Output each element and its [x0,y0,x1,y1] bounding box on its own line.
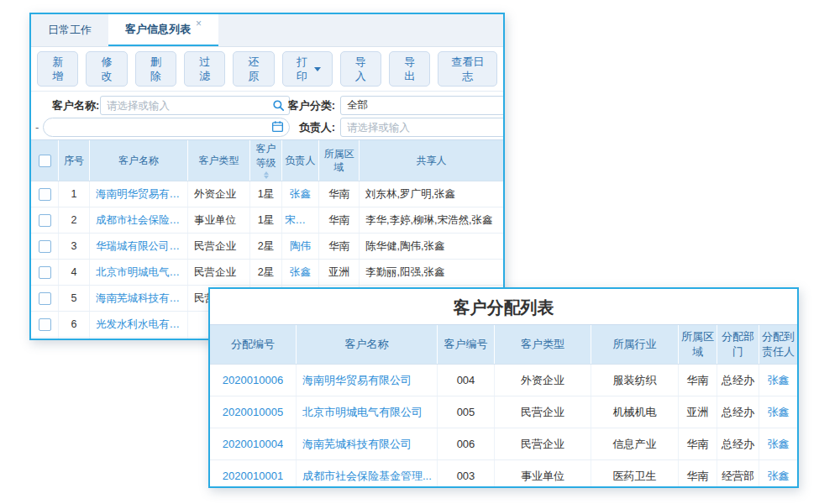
owner-label: 负责人: [283,118,335,137]
table-row: 2020010001成都市社会保险基金管理...003事业单位医药卫生华南经营部… [210,460,797,488]
column-header: 所属行业 [591,325,679,364]
customer-name-link[interactable]: 海南明华贸易有限公司 [302,373,412,388]
customer-name-link[interactable]: 海南芜城科技有限公司 [96,291,185,306]
customer-type-cell: 事业单位 [188,207,250,233]
customer-category-select[interactable] [340,96,505,115]
button-label: 还原 [244,55,262,83]
customer-name-cell: 北京市明城电气有限公司 [297,396,438,428]
filter-button[interactable]: 过滤 [184,51,225,87]
region-cell: 华南 [679,460,717,488]
owner-cell: 宋浩然 [282,207,319,233]
customer-code-cell: 004 [438,365,495,396]
row-checkbox[interactable] [39,240,51,253]
customer-name-link[interactable]: 北京市明城电气有限公司 [96,265,185,280]
column-header-text: 客户等级 [253,142,279,169]
modify-button[interactable]: 修改 [86,51,127,87]
date-range-dash: - [35,118,39,137]
department-cell: 总经办 [717,428,759,459]
allocation-id-link[interactable]: 2020010005 [223,406,283,418]
row-number-cell: 5 [59,286,90,311]
close-tab-icon[interactable]: × [196,18,202,29]
customer-name-cell: 海南芜城科技有限公司 [90,286,188,311]
import-button[interactable]: 导入 [340,51,381,87]
row-checkbox[interactable] [39,188,51,201]
allocation-id-link[interactable]: 2020010004 [223,438,283,450]
customer-type-cell: 事业单位 [495,460,591,488]
tab-label: 客户信息列表 [125,22,191,37]
export-button[interactable]: 导出 [389,51,430,87]
allocation-table-body: 2020010006海南明华贸易有限公司004外资企业服装纺织华南总经办张鑫20… [210,365,797,488]
owner-input[interactable] [340,118,505,137]
sort-icon[interactable] [264,171,269,179]
region-cell: 亚洲 [319,260,360,285]
owner-link[interactable]: 陶伟 [290,239,311,254]
column-header: 序号 [59,140,90,181]
select-all-checkbox[interactable] [39,155,51,167]
customer-name-cell: 成都市社会保险基金管理... [297,460,438,488]
column-header: 客户名称 [90,140,188,181]
customer-table-header: 序号客户名称客户类型客户等级负责人所属区域共享人 [31,139,503,181]
owner-link[interactable]: 宋浩然 [285,213,316,228]
customer-name-label: 客户名称: [52,96,99,115]
button-label: 查看日志 [449,55,486,83]
assignee-link[interactable]: 张鑫 [768,373,790,388]
owner-link[interactable]: 张鑫 [290,265,311,280]
tab-daily-work[interactable]: 日常工作 [31,14,108,46]
allocation-id-link[interactable]: 2020010001 [223,470,283,482]
row-number-cell: 2 [59,207,90,233]
button-label: 新增 [49,55,66,83]
customer-name-link[interactable]: 光发水利水电有限公司 [96,318,185,332]
row-checkbox[interactable] [39,214,51,227]
button-label: 删除 [147,55,165,83]
restore-button[interactable]: 还原 [233,51,274,87]
row-checkbox[interactable] [39,292,51,305]
view-log-button[interactable]: 查看日志 [438,51,497,87]
button-label: 导出 [401,55,418,83]
customer-name-link[interactable]: 海南明华贸易有限公司 [96,187,185,202]
row-checkbox[interactable] [39,318,51,331]
delete-button[interactable]: 删除 [135,51,176,87]
industry-cell: 机械机电 [591,396,679,428]
customer-name-link[interactable]: 北京市明城电气有限公司 [302,405,423,420]
customer-name-cell: 成都市社会保险基金管理... [90,207,188,233]
owner-link[interactable]: 张鑫 [290,187,311,202]
row-checkbox[interactable] [39,266,51,279]
assignee-link[interactable]: 张鑫 [768,437,790,452]
column-header: 共享人 [360,140,503,181]
assignee-link[interactable]: 张鑫 [768,469,790,484]
customer-type-cell: 民营企业 [495,428,591,459]
toolbar: 新增修改删除过滤还原打印导入导出查看日志 [31,47,503,92]
region-cell: 华南 [319,234,360,259]
customer-category-label: 客户分类: [283,96,335,115]
allocation-id-cell: 2020010004 [210,428,297,459]
date-input[interactable] [43,118,290,137]
customer-name-input[interactable] [100,96,290,115]
region-cell: 华南 [319,181,360,207]
allocation-id-cell: 2020010005 [210,396,297,428]
sort-up-arrow [264,171,269,175]
button-label: 导入 [352,55,370,83]
department-cell: 经营部 [717,460,759,488]
customer-grade-cell: 2星 [250,234,282,259]
customer-name-cell: 光发水利水电有限公司 [90,312,188,337]
customer-grade-cell: 1星 [250,181,282,207]
column-header [31,140,59,181]
column-header: 客户名称 [297,325,438,364]
customer-name-link[interactable]: 华瑞城有限公司广告设计部 [96,239,185,254]
tab-customer-info-list[interactable]: 客户信息列表× [108,14,218,46]
column-header: 分配编号 [210,325,297,364]
checkbox-cell [31,286,59,311]
allocation-table-header: 分配编号客户名称客户编号客户类型所属行业所属区域分配部门分配到责任人 [210,324,797,365]
assignee-link[interactable]: 张鑫 [768,405,790,420]
customer-name-link[interactable]: 海南芜城科技有限公司 [302,437,412,452]
industry-cell: 医药卫生 [591,460,679,488]
customer-name-cell: 海南明华贸易有限公司 [297,365,438,396]
industry-cell: 服装纺织 [591,365,679,396]
print-button[interactable]: 打印 [282,51,333,87]
add-button[interactable]: 新增 [37,51,78,87]
customer-name-link[interactable]: 成都市社会保险基金管理... [96,213,185,228]
button-label: 修改 [97,55,115,83]
customer-name-link[interactable]: 成都市社会保险基金管理... [302,469,432,484]
calendar-icon[interactable] [271,120,284,135]
allocation-id-link[interactable]: 2020010006 [223,374,283,386]
